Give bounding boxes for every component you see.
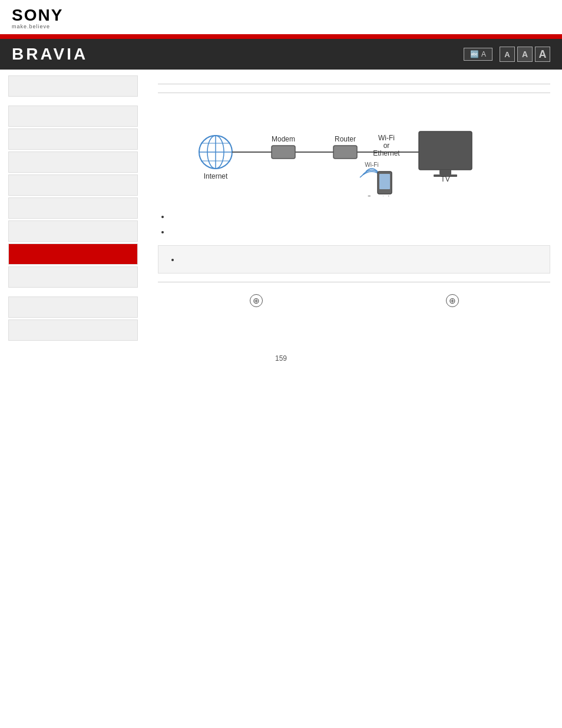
step-row: ⊕ ⊕ (158, 294, 550, 307)
note-box-item (180, 254, 540, 265)
page-number: 159 (275, 354, 287, 363)
svg-rect-11 (333, 146, 357, 159)
svg-text:Wi-Fi: Wi-Fi (365, 162, 378, 168)
bravia-title: BRAVIA (12, 45, 88, 64)
sidebar-item-top[interactable] (8, 75, 138, 97)
red-banner (0, 34, 562, 39)
sidebar-item-1[interactable] (8, 106, 138, 127)
svg-text:Ethernet: Ethernet (373, 149, 400, 157)
sidebar-item-6[interactable] (8, 220, 138, 242)
font-medium-btn[interactable]: A (517, 47, 533, 62)
svg-text:Wi-Fi: Wi-Fi (378, 134, 395, 142)
sidebar (0, 75, 146, 342)
sidebar-item-8[interactable] (8, 266, 138, 288)
steps-section: ⊕ ⊕ (158, 294, 550, 307)
svg-rect-18 (439, 170, 451, 174)
font-size-icon-btn[interactable]: 🔤 A (464, 48, 492, 61)
font-icon-label: A (481, 50, 486, 58)
bottom-divider (158, 282, 550, 282)
network-diagram: Internet Modem Router Wi-Fi or Ethernet (158, 105, 550, 199)
svg-rect-23 (379, 174, 390, 189)
top-divider (158, 84, 550, 84)
sidebar-item-4[interactable] (8, 174, 138, 196)
step-circle-right[interactable]: ⊕ (446, 294, 459, 307)
sidebar-item-2[interactable] (8, 129, 138, 150)
sidebar-item-3[interactable] (8, 151, 138, 173)
page-footer: 159 (0, 342, 562, 374)
svg-text:Router: Router (335, 135, 356, 143)
sony-logo: SONY make.believe (12, 7, 63, 29)
note-item-1 (170, 211, 550, 222)
second-divider (158, 93, 550, 93)
note-item-2 (170, 226, 550, 237)
svg-rect-17 (419, 131, 472, 170)
sidebar-item-bottom-2[interactable] (8, 319, 138, 341)
notes-list (158, 211, 550, 237)
svg-text:Modem: Modem (272, 135, 295, 143)
font-icon: 🔤 (470, 50, 479, 58)
content-area: Internet Modem Router Wi-Fi or Ethernet (146, 75, 562, 342)
note-box (158, 245, 550, 274)
svg-text:Internet: Internet (204, 172, 228, 180)
step-circle-left[interactable]: ⊕ (250, 294, 263, 307)
sidebar-item-7-active[interactable] (8, 243, 138, 265)
sidebar-item-5[interactable] (8, 197, 138, 219)
font-small-btn[interactable]: A (500, 47, 515, 62)
bravia-controls: 🔤 A A A A (464, 47, 550, 62)
svg-text:Smartphone: Smartphone (367, 195, 402, 196)
font-large-btn[interactable]: A (535, 47, 550, 62)
sony-tagline: make.believe (12, 24, 50, 29)
sidebar-item-bottom-1[interactable] (8, 297, 138, 318)
sony-logo-text: SONY (12, 7, 63, 24)
bravia-bar: BRAVIA 🔤 A A A A (0, 39, 562, 70)
main-container: Internet Modem Router Wi-Fi or Ethernet (0, 70, 562, 342)
diagram-svg: Internet Modem Router Wi-Fi or Ethernet (183, 108, 525, 196)
svg-text:TV: TV (441, 175, 449, 183)
svg-rect-8 (272, 146, 295, 159)
sony-header: SONY make.believe (0, 0, 562, 34)
svg-text:or: or (384, 141, 390, 150)
font-size-controls: A A A (500, 47, 550, 62)
